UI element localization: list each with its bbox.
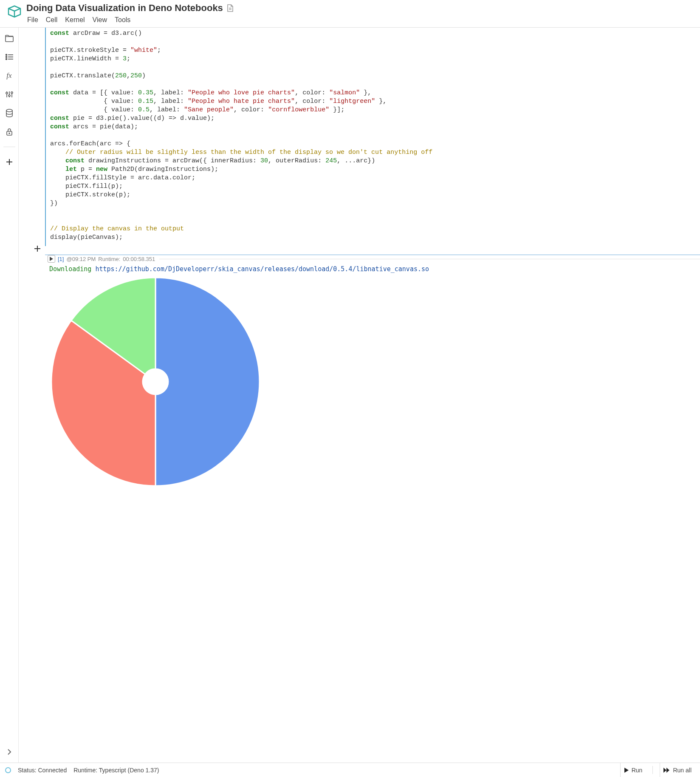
svg-point-3 xyxy=(6,57,7,58)
add-cell-icon[interactable] xyxy=(5,157,14,167)
menu-view[interactable]: View xyxy=(93,16,107,24)
status-bar: Status: Connected Runtime: Typescript (D… xyxy=(0,763,700,777)
database-icon[interactable] xyxy=(5,108,14,118)
header: Doing Data Visualization in Deno Noteboo… xyxy=(0,0,700,28)
runtime-value: 00:00:58.351 xyxy=(123,256,155,262)
output-meta: [1] @09:12 PM Runtime: 00:00:58.351 xyxy=(45,255,700,263)
code-cell[interactable]: const arcDraw = d3.arc() pieCTX.strokeSt… xyxy=(45,28,700,246)
svg-point-5 xyxy=(6,59,7,60)
files-icon[interactable] xyxy=(5,34,14,43)
lock-icon[interactable] xyxy=(5,127,14,136)
cell-output: Downloading https://github.com/DjDevelop… xyxy=(45,263,700,496)
status-connected: Status: Connected xyxy=(18,767,67,774)
svg-point-1 xyxy=(6,54,7,56)
app-logo xyxy=(5,3,24,21)
download-url[interactable]: https://github.com/DjDeveloperr/skia_can… xyxy=(95,265,429,273)
menu-file[interactable]: File xyxy=(27,16,38,24)
play-icon xyxy=(624,768,629,773)
menu-cell[interactable]: Cell xyxy=(46,16,58,24)
run-all-button[interactable]: Run all xyxy=(660,763,695,777)
chevron-right-icon[interactable] xyxy=(5,747,14,757)
svg-point-12 xyxy=(11,92,13,94)
toc-icon[interactable] xyxy=(5,52,14,62)
run-cell-button[interactable] xyxy=(48,255,55,263)
menu-tools[interactable]: Tools xyxy=(115,16,130,24)
run-button[interactable]: Run xyxy=(620,763,646,777)
insert-cell-button[interactable] xyxy=(32,244,42,254)
execution-time: @09:12 PM xyxy=(66,256,96,262)
downloading-label: Downloading xyxy=(49,265,91,273)
pie-chart xyxy=(49,275,262,488)
pie-slice xyxy=(155,278,260,486)
fx-icon[interactable]: fx xyxy=(5,71,14,80)
runtime-label: Runtime: xyxy=(98,256,120,262)
document-icon xyxy=(226,4,234,12)
svg-point-13 xyxy=(6,109,12,112)
notebook-main: const arcDraw = d3.arc() pieCTX.strokeSt… xyxy=(19,28,700,763)
document-title[interactable]: Doing Data Visualization in Deno Noteboo… xyxy=(26,3,223,14)
status-runtime: Runtime: Typescript (Deno 1.37) xyxy=(73,767,159,774)
sliders-icon[interactable] xyxy=(5,90,14,99)
svg-rect-0 xyxy=(6,37,13,42)
svg-point-8 xyxy=(6,92,8,94)
menu-kernel[interactable]: Kernel xyxy=(65,16,85,24)
play-all-icon xyxy=(663,768,670,773)
connection-status-icon xyxy=(5,767,11,773)
sidebar-rail: fx xyxy=(0,28,19,763)
svg-point-10 xyxy=(8,95,10,96)
logo-icon xyxy=(7,4,22,20)
execution-count: [1] xyxy=(58,256,64,262)
svg-point-15 xyxy=(9,133,10,134)
menubar: File Cell Kernel View Tools xyxy=(26,14,234,27)
